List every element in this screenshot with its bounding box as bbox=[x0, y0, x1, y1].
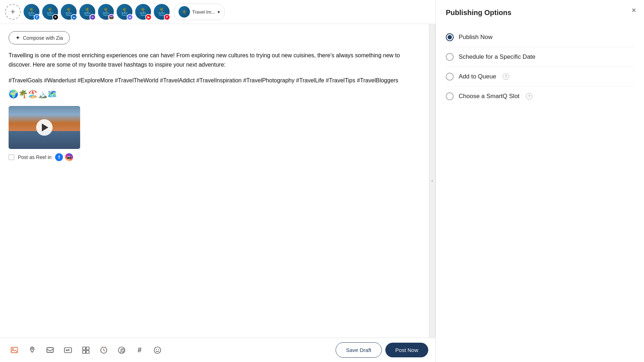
location-tool-button[interactable] bbox=[25, 343, 39, 357]
zia-icon: ✦ bbox=[15, 34, 20, 41]
image-tool-button[interactable] bbox=[7, 343, 21, 357]
radio-schedule-date bbox=[446, 53, 454, 61]
grid-icon bbox=[82, 346, 90, 354]
compose-zia-label: Compose with Zia bbox=[23, 35, 63, 41]
post-text: Travelling is one of the most enriching … bbox=[9, 51, 420, 70]
account-pinterest[interactable]: 🌴 ZylkerTrave P bbox=[154, 4, 170, 20]
compose-area: ✦ Compose with Zia Travelling is one of … bbox=[0, 24, 429, 338]
account-instagram[interactable]: 🌴 ZylkerTrave 📷 bbox=[98, 4, 114, 20]
mention-tool-button[interactable] bbox=[43, 343, 57, 357]
option-label-smartq: Choose a SmartQ Slot bbox=[459, 93, 519, 100]
post-hashtags: #TravelGoals #Wanderlust #ExploreMore #T… bbox=[9, 76, 420, 85]
pinterest-icon bbox=[118, 346, 126, 354]
yt-badge: ▶ bbox=[145, 14, 152, 20]
bottom-toolbar: # Save Draft Post Now bbox=[0, 338, 435, 362]
radio-add-queue bbox=[446, 73, 454, 81]
scroll-chevron-icon: ‹ bbox=[431, 178, 433, 183]
compose-zia-button[interactable]: ✦ Compose with Zia bbox=[9, 31, 70, 44]
play-button[interactable] bbox=[36, 119, 53, 136]
account-linkedin[interactable]: 🌴 ZylkerTrave in bbox=[61, 4, 77, 20]
publishing-options-panel: Publishing Options × Publish Now Schedul… bbox=[436, 0, 644, 362]
option-smartq[interactable]: Choose a SmartQ Slot ? bbox=[446, 87, 634, 106]
post-emojis: 🌍🌴🏖️🏔️🗺️ bbox=[9, 90, 420, 99]
svg-rect-8 bbox=[86, 351, 89, 353]
mention-icon bbox=[46, 346, 54, 354]
account-youtube[interactable]: 🌴 ZylkerTrave ▶ bbox=[135, 4, 151, 20]
pinterest-tool-button[interactable] bbox=[114, 343, 129, 357]
option-schedule-date[interactable]: Schedule for a Specific Date bbox=[446, 47, 634, 67]
account-dropdown[interactable]: 🌴 Travel Im... ▾ bbox=[174, 4, 225, 20]
svg-point-12 bbox=[156, 349, 157, 349]
hashtag-tool-button[interactable]: # bbox=[132, 343, 147, 357]
add-account-button[interactable]: + bbox=[5, 4, 21, 20]
close-button[interactable]: × bbox=[631, 6, 636, 14]
gif-icon bbox=[64, 346, 72, 354]
panel-title: Publishing Options bbox=[446, 9, 634, 17]
hashtag-icon: # bbox=[137, 346, 141, 354]
emoji-tool-button[interactable] bbox=[150, 343, 165, 357]
dropdown-label: Travel Im... bbox=[192, 9, 215, 15]
emoji-icon bbox=[153, 346, 161, 354]
svg-point-13 bbox=[158, 349, 159, 349]
chevron-down-icon: ▾ bbox=[218, 9, 220, 15]
radio-smartq bbox=[446, 92, 454, 100]
mp-badge: M bbox=[127, 14, 133, 20]
option-publish-now[interactable]: Publish Now bbox=[446, 28, 634, 47]
reel-checkbox[interactable] bbox=[9, 154, 14, 160]
account-twitter[interactable]: 🌴 ZylkerTrave ✕ bbox=[42, 4, 58, 20]
option-label-publish-now: Publish Now bbox=[459, 34, 493, 41]
radio-inner-publish-now bbox=[448, 35, 452, 39]
account-facebook[interactable]: 🌴 ZylkerTrave f bbox=[24, 4, 39, 20]
svg-rect-3 bbox=[47, 348, 53, 352]
smartq-help-icon[interactable]: ? bbox=[526, 93, 532, 100]
account-bulk[interactable]: 🌴 ZylkerTrave ≡ bbox=[79, 4, 95, 20]
video-thumbnail[interactable] bbox=[9, 106, 80, 149]
radio-publish-now bbox=[446, 33, 454, 41]
fb-badge: f bbox=[34, 14, 40, 20]
svg-rect-0 bbox=[11, 347, 18, 353]
scroll-handle[interactable]: ‹ bbox=[429, 24, 435, 338]
svg-point-11 bbox=[154, 347, 161, 353]
option-add-queue[interactable]: Add to Queue ? bbox=[446, 67, 634, 87]
reel-label: Post as Reel in bbox=[18, 154, 52, 160]
image-icon bbox=[10, 346, 18, 354]
svg-rect-5 bbox=[83, 347, 86, 350]
svg-rect-4 bbox=[64, 348, 72, 353]
option-label-add-queue: Add to Queue bbox=[459, 73, 496, 80]
reel-fb-icon: f bbox=[55, 153, 63, 161]
save-draft-button[interactable]: Save Draft bbox=[336, 342, 382, 358]
svg-rect-6 bbox=[86, 347, 89, 350]
schedule-tool-button[interactable] bbox=[97, 343, 111, 357]
pt-badge: P bbox=[164, 14, 170, 20]
li-badge: in bbox=[71, 14, 77, 20]
reel-icons: f 📷 bbox=[55, 153, 73, 161]
ig-badge: 📷 bbox=[108, 14, 114, 20]
account-top-bar: + 🌴 ZylkerTrave f 🌴 ZylkerTrave ✕ bbox=[0, 0, 435, 24]
location-icon bbox=[28, 346, 36, 354]
bk-badge: ≡ bbox=[89, 14, 96, 20]
reel-row: Post as Reel in f 📷 bbox=[9, 153, 420, 161]
svg-rect-7 bbox=[83, 351, 86, 353]
gif-tool-button[interactable] bbox=[61, 343, 75, 357]
svg-point-2 bbox=[31, 348, 33, 349]
post-now-button[interactable]: Post Now bbox=[385, 343, 428, 357]
reel-ig-icon: 📷 bbox=[65, 153, 73, 161]
clock-icon bbox=[100, 346, 108, 354]
queue-help-icon[interactable]: ? bbox=[503, 73, 509, 80]
grid-tool-button[interactable] bbox=[79, 343, 93, 357]
option-label-schedule-date: Schedule for a Specific Date bbox=[459, 53, 536, 61]
x-badge: ✕ bbox=[52, 14, 59, 20]
account-mastodon[interactable]: 🌴 ZylkerTrave M bbox=[117, 4, 132, 20]
